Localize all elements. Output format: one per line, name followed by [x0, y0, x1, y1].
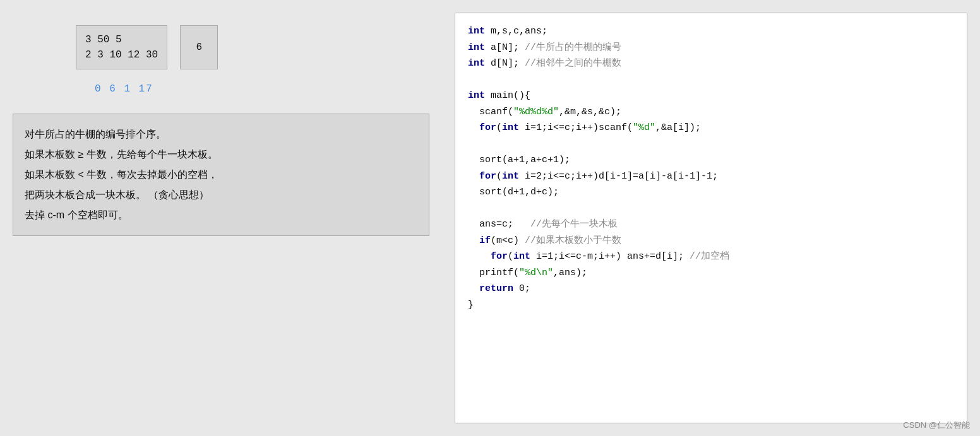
- explanation-line-5: 去掉 c-m 个空档即可。: [25, 205, 417, 225]
- main-container: 3 50 5 2 3 10 12 30 6 0 6 1 17 对牛所占的牛棚的编…: [0, 0, 980, 436]
- left-panel: 3 50 5 2 3 10 12 30 6 0 6 1 17 对牛所占的牛棚的编…: [13, 13, 429, 423]
- output-box: 6: [180, 25, 218, 69]
- right-panel: int m,s,c,ans; int a[N]; //牛所占的牛棚的编号 int…: [455, 13, 967, 423]
- output-value: 6: [196, 42, 202, 53]
- annotation-row: 0 6 1 17: [95, 83, 429, 95]
- input-box: 3 50 5 2 3 10 12 30: [76, 25, 167, 69]
- input-line1: 3 50 5: [85, 32, 158, 47]
- explanation-box: 对牛所占的牛棚的编号排个序。 如果木板数 ≥ 牛数，先给每个牛一块木板。 如果木…: [13, 114, 429, 236]
- explanation-line-1: 对牛所占的牛棚的编号排个序。: [25, 124, 417, 144]
- input-output-section: 3 50 5 2 3 10 12 30 6: [76, 25, 429, 69]
- explanation-line-4: 把两块木板合成一块木板。 （贪心思想）: [25, 185, 417, 205]
- explanation-line-2: 如果木板数 ≥ 牛数，先给每个牛一块木板。: [25, 144, 417, 165]
- code-block: int m,s,c,ans; int a[N]; //牛所占的牛棚的编号 int…: [455, 13, 967, 423]
- explanation-line-3: 如果木板数 < 牛数，每次去掉最小的空档，: [25, 165, 417, 185]
- watermark: CSDN @仁公智能: [903, 420, 970, 431]
- input-line2: 2 3 10 12 30: [85, 47, 158, 62]
